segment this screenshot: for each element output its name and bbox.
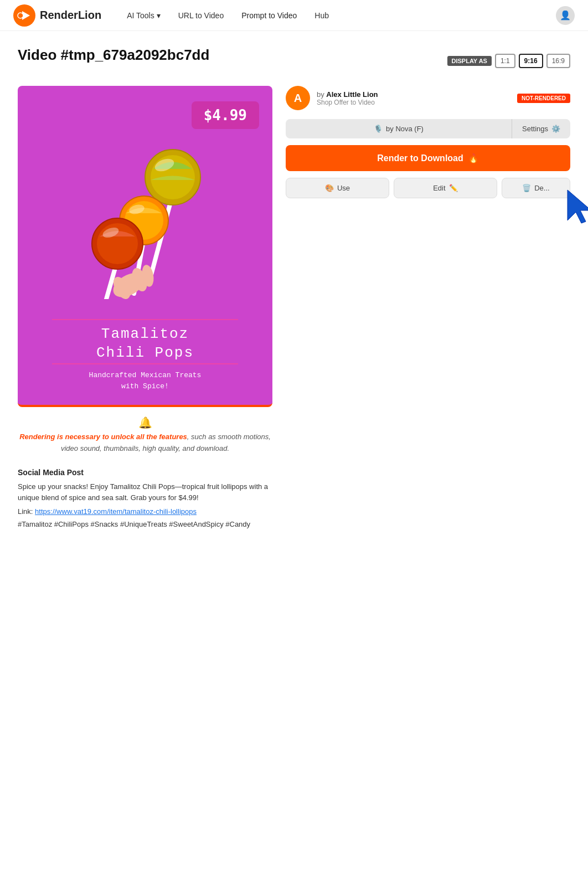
author-info: by Alex Little Lion Shop Offer to Video — [317, 90, 510, 106]
author-by: by Alex Little Lion — [317, 90, 510, 99]
page-container: Video #tmp_679a2092bc7dd DISPLAY AS 1:1 … — [0, 31, 588, 546]
not-rendered-badge: NOT-RENDERED — [517, 94, 570, 103]
social-title: Social Media Post — [18, 468, 272, 477]
warning-text: Rendering is necessary to unlock all the… — [18, 431, 272, 455]
navbar: RenderLion AI Tools ▾ URL to Video Promp… — [0, 0, 588, 31]
render-to-download-button[interactable]: Render to Download 🔥 — [286, 145, 570, 171]
product-name-line2: Chili Pops — [29, 344, 261, 361]
mic-icon: 🎙️ — [374, 125, 383, 133]
palette-icon: 🎨 — [325, 184, 334, 192]
author-subtitle: Shop Offer to Video — [317, 99, 510, 106]
user-avatar[interactable]: 👤 — [556, 6, 575, 25]
user-icon: 👤 — [560, 10, 571, 20]
svg-marker-22 — [568, 190, 588, 223]
settings-button[interactable]: Settings ⚙️ — [512, 119, 570, 138]
display-as-label: DISPLAY AS — [447, 56, 492, 66]
chevron-down-icon: ▾ — [157, 11, 161, 20]
bell-icon: 🔔 — [18, 416, 272, 429]
divider-top — [52, 319, 238, 320]
social-link-url[interactable]: https://www.vat19.com/item/tamalitoz-chi… — [35, 507, 197, 516]
voice-button[interactable]: 🎙️ by Nova (F) — [286, 119, 512, 138]
renderlion-logo-icon — [13, 4, 35, 27]
logo[interactable]: RenderLion — [13, 4, 101, 27]
divider-bottom — [52, 363, 238, 364]
page-title: Video #tmp_679a2092bc7dd — [18, 47, 209, 64]
edit-button[interactable]: Edit ✏️ — [394, 178, 497, 198]
ratio-9-16[interactable]: 9:16 — [519, 54, 543, 68]
ratio-16-9[interactable]: 16:9 — [546, 54, 570, 68]
nav-ai-tools[interactable]: AI Tools ▾ — [119, 7, 168, 24]
voice-settings-row: 🎙️ by Nova (F) Settings ⚙️ — [286, 119, 570, 138]
social-link: Link: https://www.vat19.com/item/tamalit… — [18, 507, 272, 516]
main-content: $4.99 — [18, 86, 570, 531]
fire-icon: 🔥 — [468, 153, 479, 163]
use-button[interactable]: 🎨 Use — [286, 178, 389, 198]
header-row: Video #tmp_679a2092bc7dd DISPLAY AS 1:1 … — [18, 47, 570, 75]
author-row: A by Alex Little Lion Shop Offer to Vide… — [286, 86, 570, 110]
edit-icon: ✏️ — [449, 184, 458, 192]
lollipop-svg — [56, 122, 234, 299]
nav-hub[interactable]: Hub — [307, 7, 337, 24]
nav-prompt-to-video[interactable]: Prompt to Video — [234, 7, 305, 24]
delete-button[interactable]: 🗑️ De... — [502, 178, 570, 198]
trash-icon: 🗑️ — [522, 184, 531, 192]
display-as-group: DISPLAY AS 1:1 9:16 16:9 — [447, 54, 570, 68]
nav-links: AI Tools ▾ URL to Video Prompt to Video … — [119, 7, 556, 24]
settings-gear-icon: ⚙️ — [551, 125, 560, 133]
warning-area: 🔔 Rendering is necessary to unlock all t… — [18, 416, 272, 455]
left-panel: $4.99 — [18, 86, 272, 531]
action-row: 🎨 Use Edit ✏️ 🗑️ De... — [286, 178, 570, 198]
social-section: Social Media Post Spice up your snacks! … — [18, 468, 272, 531]
nav-url-to-video[interactable]: URL to Video — [171, 7, 232, 24]
product-name-line1: Tamalitoz — [29, 326, 261, 342]
video-preview: $4.99 — [18, 86, 272, 407]
right-panel: A by Alex Little Lion Shop Offer to Vide… — [286, 86, 570, 198]
product-text-area: Tamalitoz Chili Pops Handcrafted Mexican… — [18, 312, 272, 405]
svg-point-2 — [18, 13, 23, 18]
ratio-1-1[interactable]: 1:1 — [495, 54, 515, 68]
product-subtitle: Handcrafted Mexican Treatswith Spice! — [29, 370, 261, 392]
logo-text: RenderLion — [40, 9, 101, 22]
author-avatar: A — [286, 86, 310, 110]
social-tags: #Tamalitoz #ChiliPops #Snacks #UniqueTre… — [18, 519, 272, 531]
price-badge: $4.99 — [192, 101, 259, 129]
social-body: Spice up your snacks! Enjoy Tamalitoz Ch… — [18, 481, 272, 505]
